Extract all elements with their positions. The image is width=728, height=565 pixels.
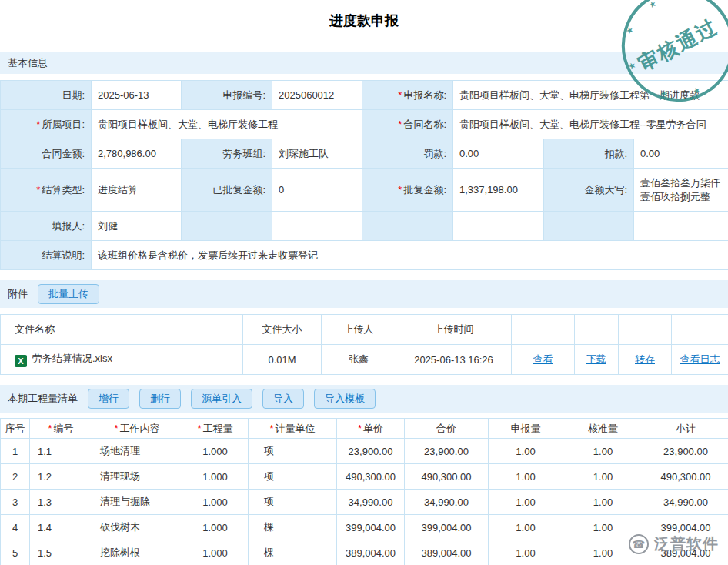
qty-column-header: *单价 xyxy=(337,419,405,439)
field-value-contract-amount: 2,780,986.00 xyxy=(92,139,182,169)
field-label-text: 合同名称: xyxy=(403,119,446,130)
field-label-declaration-name: *申报名称: xyxy=(362,81,453,110)
field-label-text: 批复金额: xyxy=(403,184,446,196)
qty-cell: 490,300.00 xyxy=(337,464,405,490)
column-header-empty xyxy=(575,315,619,345)
qty-cell: 1.000 xyxy=(182,540,249,565)
batch-upload-button[interactable]: 批量上传 xyxy=(38,284,99,304)
qty-cell: 1.00 xyxy=(563,464,643,490)
field-label-labor-team: 劳务班组: xyxy=(182,139,272,169)
attachments-header-row: 文件名称 文件大小 上传人 上传时间 xyxy=(1,315,728,345)
qty-column-header: 申报量 xyxy=(489,419,563,439)
column-header-uploader: 上传人 xyxy=(322,315,396,345)
qty-cell: 清理现场 xyxy=(92,464,182,490)
column-header-file-name: 文件名称 xyxy=(1,315,243,345)
excel-file-icon: X xyxy=(15,355,27,367)
qty-cell: 1.3 xyxy=(30,490,92,515)
qty-column-header: *计量单位 xyxy=(249,419,337,439)
field-value-declaration-no: 2025060012 xyxy=(272,81,362,110)
qty-cell: 1.00 xyxy=(563,490,643,515)
qty-column-header: 小计 xyxy=(643,419,728,439)
qty-cell: 23,900.00 xyxy=(643,439,728,464)
field-label-fine: 罚款: xyxy=(362,139,453,169)
qty-cell: 项 xyxy=(249,464,337,490)
quantity-list-table: 序号*编号*工作内容*工程量*计量单位*单价合价申报量核准量小计 11.1场地清… xyxy=(0,418,728,565)
basic-info-table: 日期: 2025-06-13 申报编号: 2025060012 *申报名称: 贵… xyxy=(0,80,728,270)
qty-cell: 1.000 xyxy=(182,439,249,464)
attachment-action-cell: 查看日志 xyxy=(672,345,728,375)
required-mark: * xyxy=(114,423,118,434)
attachment-file-name: 劳务结算情况.xlsx xyxy=(32,353,112,364)
empty-cell xyxy=(182,212,272,241)
field-value-filler: 刘健 xyxy=(92,212,182,241)
qty-cell: 1.000 xyxy=(182,490,249,515)
empty-cell xyxy=(634,212,728,241)
field-label-reply-amount: *批复金额: xyxy=(362,169,453,212)
field-value-amount-in-words: 壹佰叁拾叁万柒仟壹佰玖拾捌元整 xyxy=(634,169,728,212)
qty-row: 11.1场地清理1.000项23,900.0023,900.001.001.00… xyxy=(1,439,728,464)
qty-cell: 23,900.00 xyxy=(405,439,489,464)
field-value-settle-note: 该班组价格是含税价，发票后续开过来走收票登记 xyxy=(92,241,728,270)
attachments-section-title: 附件 xyxy=(8,287,28,301)
save-as-link[interactable]: 转存 xyxy=(635,353,655,365)
field-value-reply-amount: 1,337,198.00 xyxy=(453,169,544,212)
column-header-empty xyxy=(619,315,672,345)
field-label-text: 申报名称: xyxy=(403,89,446,101)
qty-cell: 1.000 xyxy=(182,464,249,490)
field-label-text: 所属项目: xyxy=(42,119,85,130)
attachments-table: 文件名称 文件大小 上传人 上传时间 X劳务结算情况.xlsx 0.01M 张鑫… xyxy=(0,314,728,375)
view-link[interactable]: 查看 xyxy=(533,353,553,365)
qty-cell: 棵 xyxy=(249,540,337,565)
field-label-text: 结算类型: xyxy=(42,184,85,196)
info-row: 日期: 2025-06-13 申报编号: 2025060012 *申报名称: 贵… xyxy=(1,81,728,110)
qty-cell: 砍伐树木 xyxy=(92,515,182,540)
view-log-link[interactable]: 查看日志 xyxy=(680,353,720,365)
qty-column-header: *工作内容 xyxy=(92,419,182,439)
required-mark: * xyxy=(398,184,402,196)
qty-cell: 389,004.00 xyxy=(405,540,489,565)
basic-info-section-bar: 基本信息 xyxy=(0,52,728,74)
qty-column-header: *编号 xyxy=(30,419,92,439)
attachment-file-size: 0.01M xyxy=(243,345,322,375)
empty-cell xyxy=(453,212,544,241)
field-label-settle-note: 结算说明: xyxy=(1,241,92,270)
qty-cell: 1.000 xyxy=(182,515,249,540)
field-label-amount-in-words: 金额大写: xyxy=(544,169,634,212)
qty-cell: 34,990.00 xyxy=(405,490,489,515)
required-mark: * xyxy=(358,423,362,434)
required-mark: * xyxy=(36,184,40,196)
empty-cell xyxy=(544,212,634,241)
qty-cell: 1.2 xyxy=(30,464,92,490)
field-value-contract-name: 贵阳项目样板间、大堂、电梯厅装修工程--零星劳务合同 xyxy=(453,110,728,139)
qty-cell: 490,300.00 xyxy=(643,464,728,490)
attachment-action-cell: 下载 xyxy=(575,345,619,375)
qty-cell: 1.00 xyxy=(489,439,563,464)
info-row: *所属项目: 贵阳项目样板间、大堂、电梯厅装修工程 *合同名称: 贵阳项目样板间… xyxy=(1,110,728,139)
download-link[interactable]: 下载 xyxy=(586,353,606,365)
empty-cell xyxy=(362,212,453,241)
qty-toolbar-button[interactable]: 删行 xyxy=(139,389,181,409)
qty-toolbar-button[interactable]: 增行 xyxy=(88,389,129,409)
qty-cell: 3 xyxy=(1,490,30,515)
qty-cell: 1.00 xyxy=(563,540,643,565)
column-header-empty xyxy=(672,315,728,345)
attachment-row: X劳务结算情况.xlsx 0.01M 张鑫 2025-06-13 16:26 查… xyxy=(1,345,728,375)
qty-cell: 1.00 xyxy=(563,439,643,464)
qty-cell: 23,900.00 xyxy=(337,439,405,464)
empty-cell xyxy=(272,212,362,241)
qty-toolbar-button[interactable]: 导入 xyxy=(262,389,304,409)
info-row: 填报人: 刘健 xyxy=(1,212,728,241)
qty-row: 31.3清理与掘除1.000项34,990.0034,990.001.001.0… xyxy=(1,490,728,515)
qty-toolbar-button[interactable]: 源单引入 xyxy=(191,389,252,409)
qty-cell: 1.00 xyxy=(563,515,643,540)
qty-cell: 棵 xyxy=(249,515,337,540)
qty-toolbar-button[interactable]: 导入模板 xyxy=(314,389,376,409)
qty-cell: 1.4 xyxy=(30,515,92,540)
required-mark: * xyxy=(48,423,52,434)
qty-cell: 5 xyxy=(1,540,30,565)
qty-cell: 1.00 xyxy=(489,540,563,565)
quantity-list-header-row: 序号*编号*工作内容*工程量*计量单位*单价合价申报量核准量小计 xyxy=(1,419,728,439)
quantity-list-section-bar: 本期工程量清单 增行删行源单引入导入导入模板 xyxy=(0,385,728,413)
qty-cell: 1.5 xyxy=(30,540,92,565)
column-header-upload-time: 上传时间 xyxy=(396,315,512,345)
